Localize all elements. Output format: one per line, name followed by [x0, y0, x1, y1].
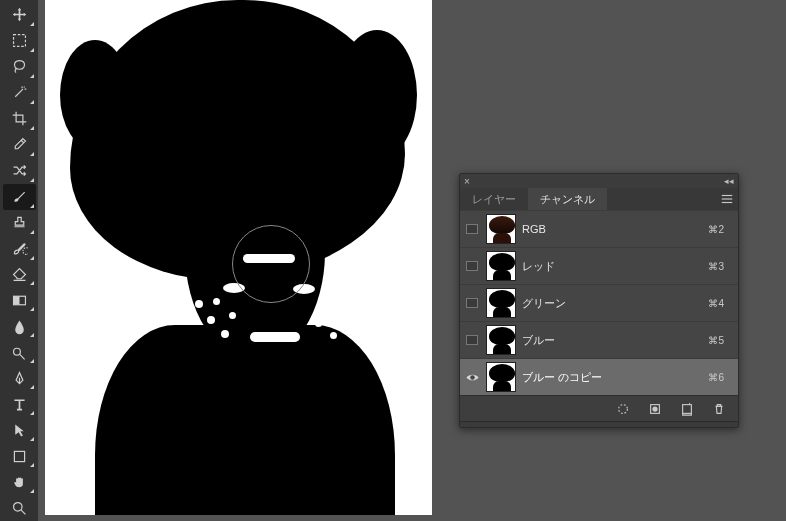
blur-tool[interactable] [3, 313, 36, 339]
svg-point-3 [13, 348, 20, 355]
flyout-corner-icon [30, 256, 34, 260]
channel-name: RGB [522, 223, 708, 235]
eyedropper-tool[interactable] [3, 132, 36, 158]
brush-tool[interactable] [3, 184, 36, 210]
crop-tool[interactable] [3, 106, 36, 132]
flyout-corner-icon [30, 463, 34, 467]
tab-channels[interactable]: チャンネル [528, 188, 607, 210]
shuffle-tool[interactable] [3, 158, 36, 184]
type-tool[interactable] [3, 391, 36, 417]
eraser-tool[interactable] [3, 262, 36, 288]
image-paint-dot [207, 316, 215, 324]
eye-icon [465, 370, 480, 385]
zoom-tool[interactable] [3, 495, 36, 521]
dodge-tool[interactable] [3, 339, 36, 365]
svg-point-10 [619, 404, 628, 413]
selection-from-channel-button[interactable] [614, 400, 632, 418]
gradient-tool[interactable] [3, 287, 36, 313]
stamp-tool[interactable] [3, 210, 36, 236]
flyout-corner-icon [30, 333, 34, 337]
flyout-corner-icon [30, 385, 34, 389]
channel-name: ブルー [522, 333, 708, 348]
path-select-tool[interactable] [3, 417, 36, 443]
panel-title-bar[interactable]: × ◂◂ [460, 174, 738, 188]
stamp-icon [11, 214, 28, 231]
image-paint-dot [315, 320, 322, 327]
visibility-toggle[interactable] [460, 248, 484, 284]
dodge-icon [11, 344, 28, 361]
image-paint-dot [221, 330, 229, 338]
channel-name: グリーン [522, 296, 708, 311]
panel-tabs: レイヤー チャンネル [460, 188, 738, 210]
zoom-icon [11, 500, 28, 517]
channel-list: RGB⌘2レッド⌘3グリーン⌘4ブルー⌘5ブルー のコピー⌘6 [460, 210, 738, 395]
history-brush-tool[interactable] [3, 236, 36, 262]
canvas-content [45, 0, 432, 515]
magic-wand-icon [11, 84, 28, 101]
svg-rect-0 [13, 35, 25, 47]
shape-tool[interactable] [3, 443, 36, 469]
history-brush-icon [11, 240, 28, 257]
channel-thumbnail [486, 251, 516, 281]
flyout-corner-icon [30, 126, 34, 130]
channel-shortcut: ⌘5 [708, 335, 732, 346]
visibility-toggle[interactable] [460, 211, 484, 247]
blur-icon [11, 318, 28, 335]
eyedropper-icon [11, 136, 28, 153]
visibility-toggle[interactable] [460, 285, 484, 321]
visibility-box-icon [466, 224, 478, 234]
hand-icon [11, 474, 28, 491]
move-tool[interactable] [3, 2, 36, 28]
brush-icon [11, 188, 28, 205]
flyout-corner-icon [30, 411, 34, 415]
channel-row-red[interactable]: レッド⌘3 [460, 247, 738, 284]
visibility-toggle[interactable] [460, 359, 484, 395]
channel-shortcut: ⌘3 [708, 261, 732, 272]
document-canvas[interactable] [45, 0, 432, 515]
image-paint-dot [330, 332, 337, 339]
marquee-tool[interactable] [3, 28, 36, 54]
channel-thumbnail [486, 325, 516, 355]
shape-icon [11, 448, 28, 465]
lasso-tool[interactable] [3, 54, 36, 80]
panel-menu-button[interactable] [716, 188, 738, 210]
flyout-corner-icon [30, 230, 34, 234]
close-icon[interactable]: × [464, 176, 470, 187]
flyout-corner-icon [30, 22, 34, 26]
type-icon [11, 396, 28, 413]
visibility-toggle[interactable] [460, 322, 484, 358]
magic-wand-tool[interactable] [3, 80, 36, 106]
channel-name: レッド [522, 259, 708, 274]
flyout-corner-icon [30, 359, 34, 363]
channel-thumbnail [486, 214, 516, 244]
channel-row-blue[interactable]: ブルー⌘5 [460, 321, 738, 358]
channel-row-rgb[interactable]: RGB⌘2 [460, 210, 738, 247]
image-paint-stripe [250, 332, 300, 342]
svg-rect-2 [13, 296, 19, 305]
image-paint-dot [337, 314, 345, 322]
channel-name: ブルー のコピー [522, 370, 708, 385]
image-paint-dot [213, 298, 220, 305]
crop-icon [11, 110, 28, 127]
tab-layers[interactable]: レイヤー [460, 188, 528, 210]
path-select-icon [11, 422, 28, 439]
svg-point-9 [470, 375, 475, 380]
brush-cursor [232, 225, 310, 303]
delete-channel-button[interactable] [710, 400, 728, 418]
pen-tool[interactable] [3, 365, 36, 391]
new-channel-button[interactable] [678, 400, 696, 418]
flyout-corner-icon [30, 178, 34, 182]
tool-palette [0, 0, 38, 521]
pen-icon [11, 370, 28, 387]
channel-row-green[interactable]: グリーン⌘4 [460, 284, 738, 321]
collapse-icon[interactable]: ◂◂ [724, 176, 734, 186]
hand-tool[interactable] [3, 469, 36, 495]
visibility-box-icon [466, 261, 478, 271]
svg-point-5 [13, 502, 21, 511]
image-paint-dot [325, 300, 333, 308]
panel-resize-grip[interactable] [460, 421, 738, 427]
channel-thumbnail [486, 288, 516, 318]
channel-row-blue-copy[interactable]: ブルー のコピー⌘6 [460, 358, 738, 395]
save-selection-as-channel-button[interactable] [646, 400, 664, 418]
lasso-icon [11, 58, 28, 75]
